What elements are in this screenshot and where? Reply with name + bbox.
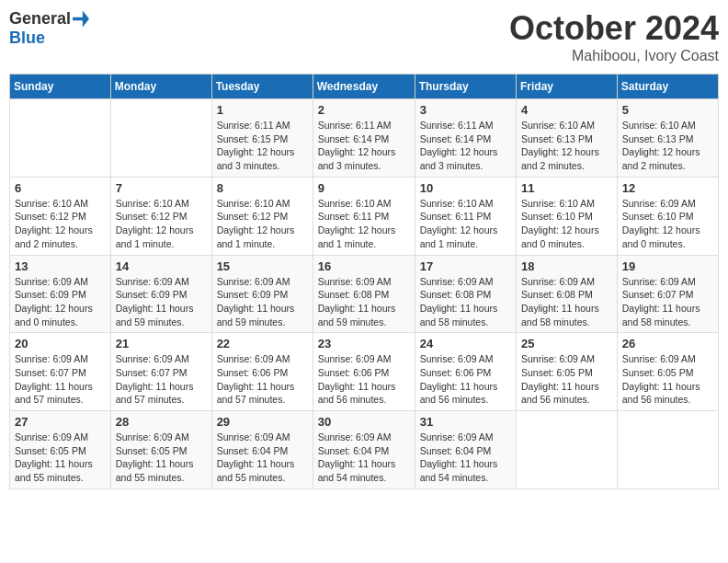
- day-number: 9: [318, 181, 410, 195]
- day-number: 15: [217, 259, 308, 273]
- weekday-header: Tuesday: [211, 75, 313, 99]
- weekday-header: Wednesday: [313, 75, 415, 99]
- logo: General Blue: [9, 9, 89, 48]
- day-info: Sunrise: 6:09 AM Sunset: 6:04 PM Dayligh…: [217, 431, 308, 485]
- day-info: Sunrise: 6:09 AM Sunset: 6:04 PM Dayligh…: [420, 431, 511, 485]
- calendar-cell: 2Sunrise: 6:11 AM Sunset: 6:14 PM Daylig…: [313, 99, 415, 178]
- day-info: Sunrise: 6:09 AM Sunset: 6:05 PM Dayligh…: [116, 431, 207, 485]
- calendar-week-row: 20Sunrise: 6:09 AM Sunset: 6:07 PM Dayli…: [10, 333, 719, 411]
- day-number: 3: [420, 103, 511, 117]
- calendar-cell: 9Sunrise: 6:10 AM Sunset: 6:11 PM Daylig…: [313, 177, 415, 255]
- weekday-header: Friday: [517, 75, 618, 99]
- logo-blue: Blue: [9, 29, 45, 48]
- calendar-cell: 3Sunrise: 6:11 AM Sunset: 6:14 PM Daylig…: [415, 99, 516, 178]
- day-info: Sunrise: 6:09 AM Sunset: 6:06 PM Dayligh…: [420, 352, 511, 407]
- day-number: 31: [420, 415, 511, 429]
- day-info: Sunrise: 6:10 AM Sunset: 6:13 PM Dayligh…: [521, 119, 612, 173]
- day-info: Sunrise: 6:09 AM Sunset: 6:08 PM Dayligh…: [420, 275, 511, 329]
- day-number: 27: [15, 415, 106, 429]
- day-number: 30: [318, 415, 410, 429]
- month-title: October 2024: [509, 9, 719, 48]
- day-info: Sunrise: 6:09 AM Sunset: 6:07 PM Dayligh…: [622, 275, 713, 329]
- calendar-cell: 29Sunrise: 6:09 AM Sunset: 6:04 PM Dayli…: [211, 411, 313, 489]
- day-number: 14: [116, 259, 207, 273]
- calendar-cell: 15Sunrise: 6:09 AM Sunset: 6:09 PM Dayli…: [211, 255, 313, 333]
- calendar-cell: [617, 411, 718, 489]
- day-number: 18: [521, 259, 612, 273]
- day-info: Sunrise: 6:09 AM Sunset: 6:09 PM Dayligh…: [217, 275, 308, 329]
- day-number: 25: [521, 337, 612, 350]
- weekday-header: Thursday: [415, 75, 516, 99]
- calendar-cell: 6Sunrise: 6:10 AM Sunset: 6:12 PM Daylig…: [10, 177, 111, 255]
- location-subtitle: Mahiboou, Ivory Coast: [509, 48, 719, 64]
- calendar-cell: 12Sunrise: 6:09 AM Sunset: 6:10 PM Dayli…: [617, 177, 718, 255]
- day-info: Sunrise: 6:10 AM Sunset: 6:12 PM Dayligh…: [15, 197, 106, 251]
- calendar-cell: 30Sunrise: 6:09 AM Sunset: 6:04 PM Dayli…: [313, 411, 415, 489]
- day-number: 22: [217, 337, 308, 350]
- day-number: 29: [217, 415, 308, 429]
- calendar-cell: 31Sunrise: 6:09 AM Sunset: 6:04 PM Dayli…: [415, 411, 516, 489]
- day-number: 10: [420, 181, 511, 195]
- calendar-cell: 7Sunrise: 6:10 AM Sunset: 6:12 PM Daylig…: [110, 177, 211, 255]
- day-info: Sunrise: 6:09 AM Sunset: 6:08 PM Dayligh…: [318, 275, 410, 329]
- calendar-cell: 21Sunrise: 6:09 AM Sunset: 6:07 PM Dayli…: [110, 333, 211, 411]
- day-info: Sunrise: 6:09 AM Sunset: 6:05 PM Dayligh…: [521, 352, 612, 407]
- calendar-cell: 25Sunrise: 6:09 AM Sunset: 6:05 PM Dayli…: [517, 333, 618, 411]
- calendar-cell: 10Sunrise: 6:10 AM Sunset: 6:11 PM Dayli…: [415, 177, 516, 255]
- day-info: Sunrise: 6:09 AM Sunset: 6:06 PM Dayligh…: [217, 352, 308, 407]
- calendar-cell: 17Sunrise: 6:09 AM Sunset: 6:08 PM Dayli…: [415, 255, 516, 333]
- day-info: Sunrise: 6:11 AM Sunset: 6:14 PM Dayligh…: [318, 119, 410, 173]
- page-header: General Blue October 2024 Mahiboou, Ivor…: [9, 9, 719, 64]
- day-info: Sunrise: 6:09 AM Sunset: 6:04 PM Dayligh…: [318, 431, 410, 485]
- calendar-cell: 28Sunrise: 6:09 AM Sunset: 6:05 PM Dayli…: [110, 411, 211, 489]
- day-number: 16: [318, 259, 410, 273]
- day-number: 11: [521, 181, 612, 195]
- calendar-week-row: 1Sunrise: 6:11 AM Sunset: 6:15 PM Daylig…: [10, 99, 719, 178]
- day-number: 24: [420, 337, 511, 350]
- calendar-cell: 8Sunrise: 6:10 AM Sunset: 6:12 PM Daylig…: [211, 177, 313, 255]
- day-info: Sunrise: 6:10 AM Sunset: 6:12 PM Dayligh…: [116, 197, 207, 251]
- day-number: 4: [521, 103, 612, 117]
- calendar-cell: 24Sunrise: 6:09 AM Sunset: 6:06 PM Dayli…: [415, 333, 516, 411]
- day-info: Sunrise: 6:09 AM Sunset: 6:06 PM Dayligh…: [318, 352, 410, 407]
- calendar-cell: 13Sunrise: 6:09 AM Sunset: 6:09 PM Dayli…: [10, 255, 111, 333]
- day-info: Sunrise: 6:11 AM Sunset: 6:15 PM Dayligh…: [217, 119, 308, 173]
- day-number: 12: [622, 181, 713, 195]
- day-info: Sunrise: 6:09 AM Sunset: 6:09 PM Dayligh…: [116, 275, 207, 329]
- day-info: Sunrise: 6:09 AM Sunset: 6:05 PM Dayligh…: [622, 352, 713, 407]
- calendar-cell: 23Sunrise: 6:09 AM Sunset: 6:06 PM Dayli…: [313, 333, 415, 411]
- day-info: Sunrise: 6:09 AM Sunset: 6:05 PM Dayligh…: [15, 431, 106, 485]
- day-info: Sunrise: 6:10 AM Sunset: 6:10 PM Dayligh…: [521, 197, 612, 251]
- day-number: 5: [622, 103, 713, 117]
- calendar-cell: 26Sunrise: 6:09 AM Sunset: 6:05 PM Dayli…: [617, 333, 718, 411]
- calendar-week-row: 6Sunrise: 6:10 AM Sunset: 6:12 PM Daylig…: [10, 177, 719, 255]
- calendar-cell: 4Sunrise: 6:10 AM Sunset: 6:13 PM Daylig…: [517, 99, 618, 178]
- calendar-cell: 14Sunrise: 6:09 AM Sunset: 6:09 PM Dayli…: [110, 255, 211, 333]
- logo-general: General: [9, 9, 71, 29]
- day-number: 20: [15, 337, 106, 350]
- calendar-cell: [110, 99, 211, 178]
- day-info: Sunrise: 6:09 AM Sunset: 6:09 PM Dayligh…: [15, 275, 106, 329]
- calendar-cell: [10, 99, 111, 178]
- calendar-cell: 1Sunrise: 6:11 AM Sunset: 6:15 PM Daylig…: [211, 99, 313, 178]
- day-number: 1: [217, 103, 308, 117]
- weekday-header: Monday: [110, 75, 211, 99]
- day-info: Sunrise: 6:09 AM Sunset: 6:07 PM Dayligh…: [116, 352, 207, 407]
- calendar-cell: 19Sunrise: 6:09 AM Sunset: 6:07 PM Dayli…: [617, 255, 718, 333]
- day-info: Sunrise: 6:09 AM Sunset: 6:08 PM Dayligh…: [521, 275, 612, 329]
- weekday-header: Sunday: [10, 75, 111, 99]
- logo-icon: [73, 11, 89, 28]
- day-info: Sunrise: 6:10 AM Sunset: 6:12 PM Dayligh…: [217, 197, 308, 251]
- day-number: 17: [420, 259, 511, 273]
- day-number: 13: [15, 259, 106, 273]
- day-number: 6: [15, 181, 106, 195]
- weekday-header: Saturday: [617, 75, 718, 99]
- day-info: Sunrise: 6:10 AM Sunset: 6:11 PM Dayligh…: [318, 197, 410, 251]
- calendar-cell: 16Sunrise: 6:09 AM Sunset: 6:08 PM Dayli…: [313, 255, 415, 333]
- calendar-cell: [517, 411, 618, 489]
- day-number: 21: [116, 337, 207, 350]
- calendar-table: SundayMondayTuesdayWednesdayThursdayFrid…: [9, 74, 719, 489]
- calendar-cell: 5Sunrise: 6:10 AM Sunset: 6:13 PM Daylig…: [617, 99, 718, 178]
- calendar-week-row: 13Sunrise: 6:09 AM Sunset: 6:09 PM Dayli…: [10, 255, 719, 333]
- calendar-cell: 22Sunrise: 6:09 AM Sunset: 6:06 PM Dayli…: [211, 333, 313, 411]
